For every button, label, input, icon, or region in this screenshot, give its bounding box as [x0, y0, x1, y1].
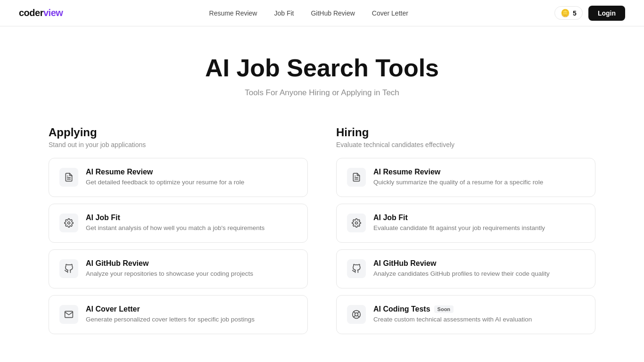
tool-desc: Quickly summarize the quality of a resum… — [373, 178, 585, 187]
nav-links: Resume ReviewJob FitGitHub ReviewCover L… — [209, 9, 408, 17]
tool-card[interactable]: AI Job FitGet instant analysis of how we… — [49, 204, 308, 243]
applying-subtitle: Stand out in your job applications — [49, 141, 308, 148]
tool-name: AI GitHub Review — [373, 259, 585, 268]
coin-balance: 🪙 5 — [554, 6, 583, 20]
applying-section: Applying Stand out in your job applicati… — [49, 126, 308, 341]
hiring-subtitle: Evaluate technical candidates effectivel… — [336, 141, 595, 148]
main-content: Applying Stand out in your job applicati… — [20, 116, 624, 360]
soon-badge: Soon — [434, 305, 454, 313]
applying-tools-list: AI Resume ReviewGet detailed feedback to… — [49, 158, 308, 334]
tool-desc: Create custom technical assessments with… — [373, 315, 585, 324]
brand-logo[interactable]: coderview — [19, 8, 63, 18]
svg-line-8 — [354, 312, 355, 313]
svg-point-5 — [355, 222, 358, 224]
nav-link[interactable]: GitHub Review — [311, 9, 355, 17]
hiring-title: Hiring — [336, 126, 595, 139]
tool-card[interactable]: AI Resume ReviewQuickly summarize the qu… — [336, 158, 595, 197]
nav-link[interactable]: Job Fit — [274, 9, 294, 17]
tool-card[interactable]: AI GitHub ReviewAnalyze candidates GitHu… — [336, 249, 595, 288]
nav-link[interactable]: Resume Review — [209, 9, 257, 17]
tool-name: AI Cover Letter — [86, 305, 297, 313]
tool-icon — [347, 168, 366, 187]
nav-link[interactable]: Cover Letter — [372, 9, 408, 17]
tool-icon — [59, 305, 78, 324]
tool-desc: Analyze candidates GitHub profiles to re… — [373, 270, 585, 279]
tool-name: AI Resume Review — [373, 168, 585, 176]
login-button[interactable]: Login — [588, 6, 625, 21]
tool-desc: Get detailed feedback to optimize your r… — [86, 178, 297, 187]
coin-count: 5 — [573, 9, 577, 17]
tool-icon — [59, 259, 78, 278]
footer: built by worthy — [0, 360, 644, 362]
tool-desc: Evaluate candidate fit against your job … — [373, 224, 585, 233]
tool-icon — [59, 168, 78, 187]
hero-section: AI Job Search Tools Tools For Anyone Hir… — [0, 26, 644, 116]
coin-icon: 🪙 — [561, 8, 570, 17]
tool-name: AI GitHub Review — [86, 259, 297, 268]
tool-card[interactable]: AI Resume ReviewGet detailed feedback to… — [49, 158, 308, 197]
hero-title: AI Job Search Tools — [9, 55, 635, 82]
tool-name: AI Job Fit — [86, 214, 297, 222]
tool-icon — [347, 214, 366, 232]
applying-title: Applying — [49, 126, 308, 139]
tool-icon — [347, 305, 366, 324]
tool-card[interactable]: AI GitHub ReviewAnalyze your repositorie… — [49, 249, 308, 288]
svg-line-10 — [357, 312, 359, 313]
hiring-section: Hiring Evaluate technical candidates eff… — [336, 126, 595, 341]
hiring-tools-list: AI Resume ReviewQuickly summarize the qu… — [336, 158, 595, 334]
svg-line-11 — [354, 315, 355, 317]
tool-icon — [59, 214, 78, 232]
tool-name: AI Job Fit — [373, 214, 585, 222]
tool-name: AI Coding TestsSoon — [373, 305, 585, 313]
tool-name: AI Resume Review — [86, 168, 297, 176]
tool-desc: Analyze your repositories to showcase yo… — [86, 270, 297, 279]
hero-subtitle: Tools For Anyone Hiring or Applying in T… — [9, 88, 635, 98]
svg-line-9 — [357, 315, 359, 317]
tool-card[interactable]: AI Job FitEvaluate candidate fit against… — [336, 204, 595, 243]
tool-card[interactable]: AI Cover LetterGenerate personalized cov… — [49, 295, 308, 334]
tool-desc: Generate personalized cover letters for … — [86, 315, 297, 324]
tool-card[interactable]: AI Coding TestsSoonCreate custom technic… — [336, 295, 595, 334]
svg-point-2 — [68, 222, 70, 224]
tool-icon — [347, 259, 366, 278]
tool-desc: Get instant analysis of how well you mat… — [86, 224, 297, 233]
nav-right: 🪙 5 Login — [554, 6, 625, 21]
